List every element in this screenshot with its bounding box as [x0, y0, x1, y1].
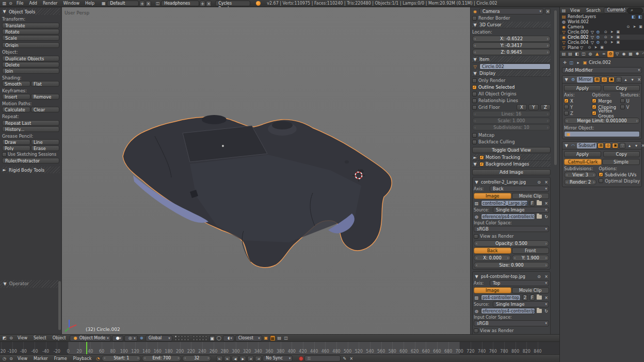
front-toggle[interactable]: Front: [512, 248, 550, 254]
eye-icon[interactable]: ⊙: [536, 274, 542, 279]
header-menu-icon[interactable]: ⊙: [8, 335, 14, 341]
item-panel-header[interactable]: ▼ Item: [472, 56, 551, 63]
modifier-editmode-toggle[interactable]: ▣: [612, 143, 618, 149]
browse-file-icon[interactable]: [537, 309, 542, 313]
cursor-panel-header[interactable]: ▼ 3D Cursor: [472, 22, 551, 28]
delete-scene-button[interactable]: ×: [206, 1, 212, 7]
object-name-field[interactable]: Circle.002: [479, 63, 551, 70]
motion-tracking-panel-header[interactable]: ► ✓ Motion Tracking: [472, 154, 551, 161]
modifier-name-field[interactable]: Mirror: [577, 77, 593, 83]
toggle-quad-view-button[interactable]: Toggle Quad View: [472, 147, 551, 153]
grid-x-toggle[interactable]: X: [517, 104, 527, 110]
menu-file[interactable]: File: [14, 1, 26, 6]
subdivide-uvs-checkbox[interactable]: ✓: [599, 172, 603, 177]
rigid-body-tools-panel-header[interactable]: ► Rigid Body Tools: [2, 167, 60, 173]
texture-v-checkbox[interactable]: ✓: [620, 105, 625, 109]
modifier-viewport-toggle[interactable]: ⊙: [605, 143, 611, 149]
copy-button[interactable]: Copy: [603, 151, 640, 157]
modifier-editmode-toggle[interactable]: ▣: [608, 77, 615, 83]
sync-mode-select[interactable]: No Sync: [263, 355, 293, 361]
delete-modifier-icon[interactable]: ×: [636, 77, 642, 83]
open-file-icon[interactable]: [537, 201, 542, 205]
opacity-slider[interactable]: Opacity: 0.500: [474, 240, 549, 246]
renderlayer-icon[interactable]: ◧: [637, 14, 643, 20]
join-button[interactable]: Join: [2, 68, 59, 74]
unlink-icon[interactable]: ×: [543, 295, 549, 301]
ruler-protractor-button[interactable]: Ruler/Protractor: [2, 158, 59, 163]
render-toggle-icon[interactable]: ▣: [638, 25, 643, 29]
current-frame-playhead[interactable]: [86, 342, 87, 354]
render-toggle-icon[interactable]: ▣: [616, 30, 620, 34]
reload-icon[interactable]: ↻: [543, 214, 549, 220]
copy-button[interactable]: Copy: [603, 85, 640, 91]
layer-cell[interactable]: [178, 335, 180, 338]
modifier-name-field[interactable]: Subsurf: [577, 143, 597, 149]
layer-cell[interactable]: [196, 338, 198, 341]
mirror-object-field[interactable]: ▣: [564, 131, 640, 137]
clear-button[interactable]: Clear: [31, 107, 59, 112]
all-object-origins-checkbox[interactable]: ✓: [472, 92, 477, 96]
outliner-menu-search[interactable]: Search: [584, 8, 603, 13]
menu-window[interactable]: Window: [60, 1, 82, 6]
texture-u-checkbox[interactable]: ✓: [620, 98, 625, 103]
selectability-toggle-icon[interactable]: ➤: [609, 40, 614, 44]
cursor-x-field[interactable]: X: -0.6522: [472, 36, 551, 42]
origin-button[interactable]: Origin: [2, 42, 59, 48]
gp-poly-button[interactable]: Poly: [2, 145, 30, 151]
remove-keyframe-button[interactable]: Remove: [31, 94, 59, 100]
local-camera-field[interactable]: Camera: [479, 8, 543, 14]
image-datablock-field[interactable]: controller-2_Large.jpg: [481, 200, 528, 206]
delete-keyframe-icon[interactable]: ×: [348, 356, 354, 361]
tab-constraints-icon[interactable]: ∞: [601, 51, 607, 57]
layer-cell[interactable]: [192, 338, 195, 341]
tab-object-icon[interactable]: ▲: [594, 51, 600, 57]
tab-material-icon[interactable]: ◉: [621, 51, 627, 57]
tab-physics-icon[interactable]: ◠: [641, 51, 644, 57]
layer-cell[interactable]: [199, 335, 201, 338]
render-border-checkbox[interactable]: ✓: [472, 16, 477, 21]
menu-add[interactable]: Add: [26, 1, 40, 6]
add-image-button[interactable]: Add Image: [472, 169, 551, 175]
menu-help[interactable]: Help: [83, 1, 97, 6]
screen-layout-icon[interactable]: ▦: [101, 1, 106, 6]
header-menu-icon[interactable]: ⊙: [8, 356, 14, 361]
record-button[interactable]: [299, 356, 303, 361]
frame-end-field[interactable]: End: 700: [142, 355, 181, 361]
subsurf-modifier-header[interactable]: ▼ ◠ Subsurf ▤ ⊙ ▣ ▽ ▴ ▾ ×: [562, 142, 641, 150]
backface-culling-checkbox[interactable]: ✓: [472, 140, 477, 144]
grid-scale-field[interactable]: Scale: 1.000: [472, 118, 551, 124]
render-subdivisions-field[interactable]: Render: 2: [564, 179, 597, 185]
outliner-item-world[interactable]: ◍ World.002: [560, 19, 644, 24]
screen-layout-select[interactable]: Default: [107, 1, 139, 6]
outliner-item-circle004[interactable]: ▽ Circle.004 ▽ ⚙ ⊙ ➤ ▣: [560, 40, 644, 45]
move-up-icon[interactable]: ▴: [626, 143, 632, 149]
snap-element-select[interactable]: Closest: [235, 335, 262, 341]
image-datablock-icon[interactable]: ▨: [474, 201, 479, 206]
render-opengl-icon[interactable]: ▦: [270, 335, 276, 341]
hide-toggle-eye-icon[interactable]: ⊙: [603, 35, 608, 39]
add-scene-button[interactable]: +: [200, 1, 205, 7]
only-render-checkbox[interactable]: ✓: [472, 78, 477, 83]
image-tab[interactable]: Image: [474, 287, 511, 293]
editor-type-timeline-icon[interactable]: ◷: [2, 356, 7, 361]
scene-select[interactable]: Headphones: [161, 1, 199, 6]
hide-toggle-eye-icon[interactable]: ⊙: [603, 40, 608, 44]
translate-button[interactable]: Translate: [2, 23, 59, 28]
editor-type-outliner-icon[interactable]: ▤: [561, 8, 567, 13]
render-anim-icon[interactable]: ▤: [277, 335, 282, 341]
tab-scene-icon[interactable]: ◫: [581, 51, 587, 57]
modifier-render-toggle[interactable]: ▤: [598, 143, 604, 149]
outliner-menu-view[interactable]: View: [568, 8, 583, 13]
layer-cell[interactable]: [181, 335, 183, 338]
render-toggle-icon[interactable]: ▣: [616, 40, 620, 44]
tab-data-icon[interactable]: ▽: [614, 51, 620, 57]
tab-modifiers-icon[interactable]: ⚙: [607, 51, 614, 57]
close-icon[interactable]: ×: [543, 274, 549, 279]
modifier-render-toggle[interactable]: ▤: [594, 77, 600, 83]
editor-type-properties-icon[interactable]: ▤: [561, 51, 567, 57]
motion-tracking-checkbox[interactable]: ✓: [479, 155, 484, 160]
menu-render[interactable]: Render: [40, 1, 60, 6]
render-engine-select[interactable]: Cycles Render: [215, 1, 250, 6]
outline-selected-checkbox[interactable]: ✓: [472, 85, 477, 90]
insert-keyframe-button[interactable]: Insert: [2, 94, 30, 100]
